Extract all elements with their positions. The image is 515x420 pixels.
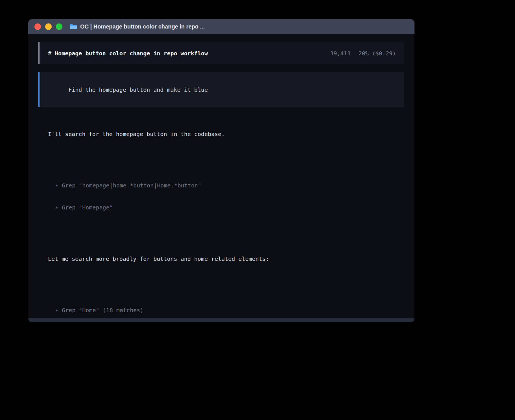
tool-call-grep: ∗ Grep "homepage|home.*button|Home.*butt… bbox=[48, 182, 404, 189]
tool-call-grep: ∗ Grep "Homepage" bbox=[48, 204, 404, 211]
context-usage: 20% ($0.29) bbox=[359, 50, 396, 57]
tool-call-grep: ∗ Grep "Home" (18 matches) bbox=[48, 307, 404, 314]
session-title: # Homepage button color change in repo w… bbox=[48, 50, 208, 57]
window-controls bbox=[34, 23, 62, 30]
tool-call-group: ∗ Grep "homepage|home.*button|Home.*butt… bbox=[48, 167, 404, 226]
session-meta: 39,413 20% ($0.29) bbox=[330, 50, 396, 57]
close-button[interactable] bbox=[34, 23, 41, 30]
assistant-response: I'll search for the homepage button in t… bbox=[38, 116, 404, 318]
zoom-button[interactable] bbox=[56, 23, 62, 30]
terminal-window: OC | Homepage button color change in rep… bbox=[28, 19, 414, 322]
folder-icon bbox=[70, 23, 77, 30]
assistant-text: I'll search for the homepage button in t… bbox=[48, 130, 388, 138]
session-header: # Homepage button color change in repo w… bbox=[38, 42, 404, 64]
terminal-content: # Homepage button color change in repo w… bbox=[28, 34, 414, 318]
token-count: 39,413 bbox=[330, 50, 350, 57]
minimize-button[interactable] bbox=[45, 23, 52, 30]
user-message: Find the homepage button and make it blu… bbox=[38, 72, 404, 107]
user-message-text: Find the homepage button and make it blu… bbox=[68, 86, 208, 93]
window-title-group: OC | Homepage button color change in rep… bbox=[70, 23, 205, 30]
titlebar[interactable]: OC | Homepage button color change in rep… bbox=[28, 19, 414, 34]
assistant-text: Let me search more broadly for buttons a… bbox=[48, 255, 388, 262]
tool-call-group: ∗ Grep "Home" (18 matches) ∗ Glob "**/*.… bbox=[48, 292, 404, 318]
window-title: OC | Homepage button color change in rep… bbox=[80, 23, 205, 30]
